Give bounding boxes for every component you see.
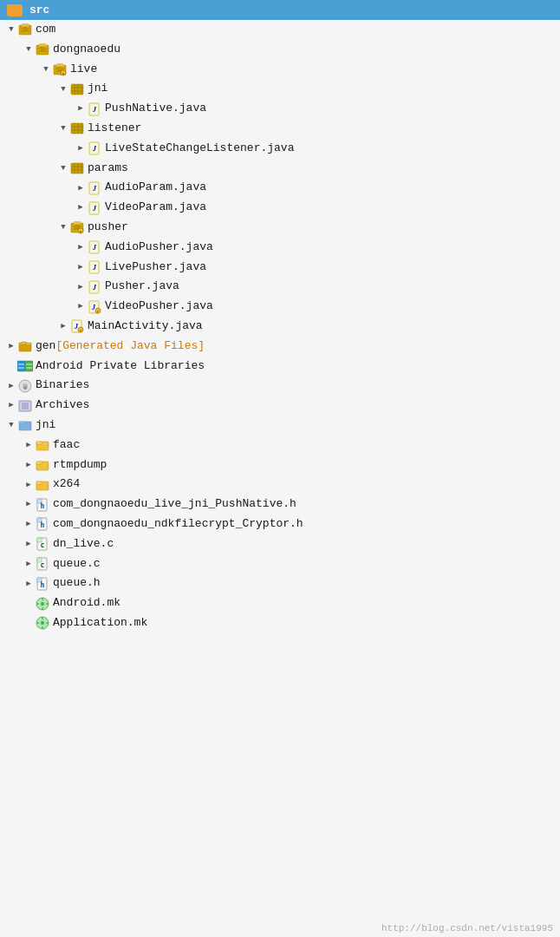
tree-row[interactable]: cdn_live.c (0, 534, 560, 554)
tree-item-label: live (70, 61, 97, 79)
tree-arrow[interactable] (57, 83, 69, 95)
svg-rect-14 (58, 67, 62, 70)
tree-row[interactable]: hcom_dongnaoedu_ndkfilecrypt_Cryptor.h (0, 514, 560, 534)
gen-folder-icon (17, 339, 33, 353)
tree-row[interactable]: dongnaoedu (0, 40, 560, 60)
svg-rect-69 (18, 367, 24, 369)
tree-item-label: dn_live.c (53, 535, 114, 554)
java-file-icon: J (87, 181, 102, 195)
tree-row[interactable]: pusher (0, 218, 560, 238)
tree-arrow[interactable] (57, 122, 69, 134)
package-grid-icon (69, 161, 85, 175)
header-label: src (29, 3, 49, 16)
tree-row[interactable]: params (0, 159, 560, 179)
tree-row[interactable]: x264 (0, 475, 560, 495)
tree-arrow[interactable] (75, 281, 87, 293)
tree-row[interactable]: JLivePusher.java (0, 258, 560, 278)
tree-arrow[interactable] (23, 538, 35, 550)
tree-arrow[interactable] (75, 201, 87, 213)
tree-item-label: Binaries (36, 377, 89, 395)
tree-row[interactable]: gen [Generated Java Files] (0, 337, 560, 357)
tree-arrow[interactable] (75, 241, 87, 253)
tree-item-label: PushNative.java (105, 100, 206, 118)
svg-rect-83 (36, 442, 42, 444)
tree-row[interactable]: listener (0, 119, 560, 139)
tree-arrow[interactable] (75, 300, 87, 312)
tree-arrow[interactable] (23, 558, 35, 570)
tree-row[interactable]: live (0, 60, 560, 80)
tree-arrow[interactable] (40, 63, 52, 75)
package-lock-icon (52, 62, 68, 76)
tree-arrow[interactable] (23, 518, 35, 530)
tree-item-label: pusher (88, 219, 128, 237)
svg-rect-49 (80, 231, 81, 233)
tree-arrow[interactable] (5, 399, 17, 411)
tree-row[interactable]: Android Private Libraries (0, 357, 560, 377)
java-file-icon: J (87, 240, 102, 254)
tree-item-label: com (36, 21, 55, 39)
tree-row[interactable]: JAudioParam.java (0, 178, 560, 198)
tree-arrow[interactable] (5, 419, 17, 431)
tree-row[interactable]: JMainActivity.java (0, 317, 560, 337)
svg-text:c: c (41, 561, 45, 569)
tree-row[interactable]: JVideoParam.java (0, 198, 560, 218)
tree-row[interactable]: jni (0, 79, 560, 99)
tree-item-label: LivePusher.java (105, 259, 206, 277)
mk-file-icon (35, 597, 50, 611)
h-file-icon: h (35, 577, 50, 591)
svg-rect-68 (18, 364, 24, 365)
tree-row[interactable]: rtmpdump (0, 455, 560, 475)
svg-rect-9 (41, 47, 44, 50)
tree-row[interactable]: com (0, 20, 560, 40)
tree-arrow[interactable] (75, 261, 87, 273)
package-icon (17, 23, 33, 36)
tree-row[interactable]: JVideoPusher.java (0, 297, 560, 317)
java-file-icon: J (87, 260, 102, 274)
tree-arrow[interactable] (23, 479, 35, 491)
svg-rect-44 (74, 221, 81, 225)
tree-row[interactable]: faac (0, 436, 560, 455)
tree-arrow[interactable] (5, 340, 17, 352)
tree-arrow[interactable] (75, 102, 87, 115)
tree-arrow[interactable] (57, 320, 69, 332)
tree-row[interactable]: Android.mk (0, 593, 560, 613)
tree-arrow[interactable] (23, 498, 35, 510)
tree-arrow[interactable] (5, 380, 17, 392)
tree-row[interactable]: JLiveStateChangeListener.java (0, 139, 560, 159)
c-file-icon: c (35, 537, 50, 551)
tree-row[interactable]: hqueue.h (0, 573, 560, 593)
tree-arrow[interactable] (23, 459, 35, 471)
tree-arrow[interactable] (57, 162, 69, 174)
package-icon (35, 43, 50, 56)
tree-row[interactable]: ⚙Binaries (0, 376, 560, 396)
tree-row[interactable]: hcom_dongnaoedu_live_jni_PushNative.h (0, 495, 560, 514)
svg-text:⚙: ⚙ (23, 385, 27, 391)
tree-arrow[interactable] (75, 182, 87, 194)
tree-item-label: Archives (36, 396, 89, 415)
tree-arrow[interactable] (23, 43, 35, 56)
tree-row[interactable]: JAudioPusher.java (0, 238, 560, 258)
tree-row[interactable]: JPusher.java (0, 277, 560, 297)
tree-arrow[interactable] (75, 142, 87, 154)
svg-rect-16 (62, 73, 64, 75)
tree-arrow[interactable] (5, 23, 17, 36)
tree-arrow[interactable] (57, 221, 69, 233)
tree-row[interactable]: jni (0, 416, 560, 436)
tree-row[interactable]: JPushNative.java (0, 99, 560, 119)
tree-arrow[interactable] (23, 439, 35, 451)
file-tree: src comdongnaoedulivejniJPushNative.java… (0, 0, 560, 937)
svg-point-110 (41, 621, 44, 625)
tree-item-label: AudioParam.java (105, 179, 206, 197)
tree-item-label: MainActivity.java (88, 318, 203, 336)
java-file-icon: J (87, 280, 102, 294)
tree-row[interactable]: cqueue.c (0, 554, 560, 574)
tree-item-label: Android Private Libraries (36, 357, 205, 376)
svg-text:h: h (41, 521, 45, 529)
tree-arrow[interactable] (23, 578, 35, 590)
tree-row[interactable]: Application.mk (0, 613, 560, 633)
svg-rect-65 (22, 342, 26, 344)
binaries-icon: ⚙ (17, 379, 33, 393)
tree-item-label: listener (88, 120, 141, 138)
jni-folder-icon (17, 418, 33, 432)
tree-row[interactable]: Archives (0, 396, 560, 416)
